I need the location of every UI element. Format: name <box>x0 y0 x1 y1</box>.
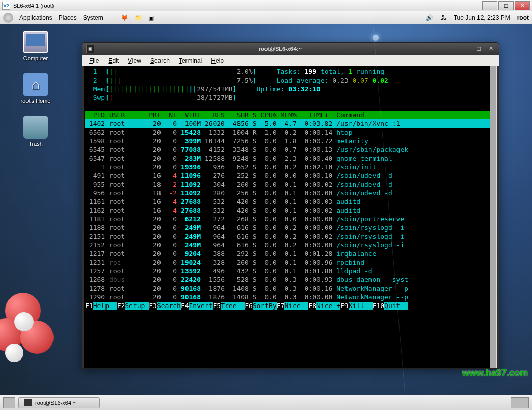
show-desktop-button[interactable] <box>3 397 15 408</box>
folder-home-icon <box>23 73 48 96</box>
menu-applications[interactable]: Applications <box>19 14 52 21</box>
menu-terminal[interactable]: Terminal <box>175 56 206 65</box>
terminal-window[interactable]: ▣ root@SL6-x64:~ — ◻ ✕ File Edit View Se… <box>82 42 499 369</box>
vnc-maximize-button[interactable]: ◻ <box>498 1 514 10</box>
volume-icon[interactable]: 🔊 <box>425 14 433 21</box>
gnome-top-panel: Applications Places System 🦊 📁 ▣ 🔊 🖧 Tue… <box>0 11 532 24</box>
terminal-icon: ▣ <box>86 45 94 53</box>
desktop[interactable]: Computer root's Home Trash ▣ root@SL6-x6… <box>0 24 532 395</box>
menu-search[interactable]: Search <box>146 56 174 65</box>
firefox-icon[interactable]: 🦊 <box>121 14 128 21</box>
menu-edit[interactable]: Edit <box>104 56 123 65</box>
user-menu[interactable]: root <box>517 14 529 21</box>
wallpaper-molecule <box>0 283 82 374</box>
network-icon[interactable]: 🖧 <box>440 14 446 21</box>
watermark: www.ha97.com <box>462 368 528 378</box>
taskbar-item-label: root@SL6-x64:~ <box>35 400 76 406</box>
desktop-icon-computer[interactable]: Computer <box>15 31 56 61</box>
vnc-icon: V2 <box>2 2 10 10</box>
terminal-menubar: File Edit View Search Terminal Help <box>82 55 499 66</box>
menu-view[interactable]: View <box>124 56 145 65</box>
taskbar-item-terminal[interactable]: root@SL6-x64:~ <box>18 397 100 408</box>
terminal-title: root@SL6-x64:~ <box>98 46 462 52</box>
menu-system[interactable]: System <box>83 14 103 21</box>
workspace-switcher[interactable] <box>511 397 529 408</box>
menu-places[interactable]: Places <box>59 14 77 21</box>
terminal-minimize-button[interactable]: — <box>462 45 470 53</box>
desktop-icon-label: Trash <box>15 141 56 147</box>
vnc-titlebar: V2 SL6-x64:1 (root) — ◻ ✕ <box>0 0 532 11</box>
desktop-icon-home[interactable]: root's Home <box>15 73 56 104</box>
vnc-minimize-button[interactable]: — <box>482 1 497 10</box>
desktop-icon-label: Computer <box>15 55 56 61</box>
gnome-bottom-panel: root@SL6-x64:~ <box>0 395 532 410</box>
terminal-scrollbar[interactable] <box>490 66 497 368</box>
vnc-title: SL6-x64:1 (root) <box>13 3 482 9</box>
menu-file[interactable]: File <box>85 56 103 65</box>
vnc-close-button[interactable]: ✕ <box>515 1 530 10</box>
menu-help[interactable]: Help <box>207 56 228 65</box>
terminal-maximize-button[interactable]: ◻ <box>474 45 483 53</box>
clock[interactable]: Tue Jun 12, 2:23 PM <box>454 14 510 21</box>
terminal-launcher-icon[interactable]: ▣ <box>148 14 154 21</box>
terminal-close-button[interactable]: ✕ <box>487 45 495 53</box>
terminal-titlebar[interactable]: ▣ root@SL6-x64:~ — ◻ ✕ <box>82 43 499 55</box>
desktop-icon-label: root's Home <box>15 98 56 104</box>
terminal-body[interactable]: 1 [|| 2.0%] Tasks: 199 total, 1 running … <box>84 66 497 368</box>
computer-icon <box>23 31 48 53</box>
terminal-icon <box>24 399 32 406</box>
file-manager-icon[interactable]: 📁 <box>135 14 142 21</box>
trash-icon <box>23 116 48 139</box>
desktop-icon-trash[interactable]: Trash <box>15 116 56 147</box>
distro-icon[interactable] <box>3 13 13 23</box>
